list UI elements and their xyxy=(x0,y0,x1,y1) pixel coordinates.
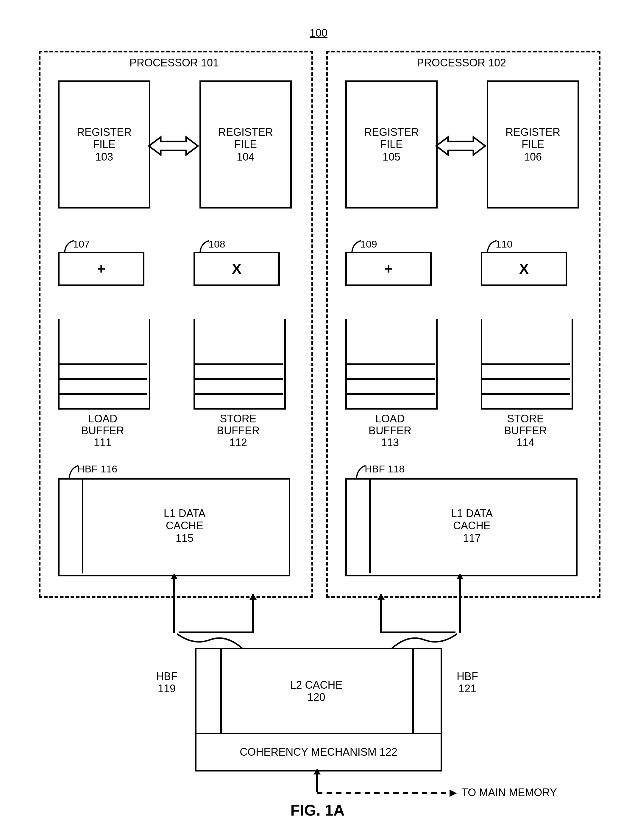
load-buffer-label: LOAD xyxy=(58,412,147,425)
ref-tick-icon xyxy=(64,240,74,253)
mult-box-108: X xyxy=(194,252,280,286)
ref-tick-icon xyxy=(356,465,366,480)
coherency-label: COHERENCY MECHANISM 122 xyxy=(240,746,397,758)
l2-cache-label: L2 CACHE xyxy=(290,679,342,691)
svg-marker-9 xyxy=(314,769,321,774)
regfile-label: FILE xyxy=(522,138,544,150)
arrow-up-icon xyxy=(455,573,465,633)
l1-cache-label: CACHE xyxy=(166,519,203,532)
l1-cache-label: CACHE xyxy=(453,519,491,532)
double-arrow-icon xyxy=(149,136,198,156)
buffer-row-divider xyxy=(58,363,147,365)
regfile-label: REGISTER xyxy=(77,126,132,138)
regfile-ref: 104 xyxy=(237,151,255,163)
connector-line xyxy=(179,594,256,635)
adder-ref: 109 xyxy=(360,238,377,250)
buffer-row-divider xyxy=(58,393,147,395)
l1-cache-ref: 115 xyxy=(176,532,194,544)
hbf-label: HBF xyxy=(457,670,478,682)
arrow-up-icon xyxy=(170,573,179,633)
hbf-119-label: HBF 119 xyxy=(143,670,191,695)
ref-tick-icon xyxy=(487,240,497,253)
regfile-ref: 103 xyxy=(95,151,113,163)
svg-marker-6 xyxy=(456,573,463,579)
store-buffer-ref: 114 xyxy=(481,436,570,448)
plus-icon: + xyxy=(384,261,393,277)
l2-cache-ref: 120 xyxy=(307,691,325,703)
hbf-label: HBF 118 xyxy=(365,463,405,475)
regfile-label: FILE xyxy=(234,138,257,150)
l1-cache-label: L1 DATA xyxy=(451,507,493,519)
store-buffer-label: BUFFER xyxy=(194,425,283,437)
processor-102-title: PROCESSOR 102 xyxy=(326,57,597,69)
adder-box-107: + xyxy=(58,252,144,286)
coherency-mechanism-122: COHERENCY MECHANISM 122 xyxy=(195,733,442,772)
l1-cache-label-wrap: L1 DATA CACHE 117 xyxy=(369,478,575,573)
x-icon: X xyxy=(232,261,241,277)
buffer-row-divider xyxy=(481,378,570,380)
l2-cache-label-wrap: L2 CACHE 120 xyxy=(220,648,412,734)
buffer-row-divider xyxy=(481,363,570,365)
ref-tick-icon xyxy=(68,465,79,480)
register-file-104: REGISTER FILE 104 xyxy=(200,81,292,208)
regfile-label: REGISTER xyxy=(364,126,419,138)
regfile-ref: 106 xyxy=(524,151,542,163)
hbf-ref: 119 xyxy=(158,682,176,695)
load-buffer-ref: 113 xyxy=(345,436,435,448)
svg-marker-7 xyxy=(378,594,384,600)
buffer-row-divider xyxy=(194,363,283,365)
svg-marker-3 xyxy=(170,573,178,579)
load-buffer-label: BUFFER xyxy=(58,425,147,437)
hbf-divider xyxy=(412,648,414,734)
store-buffer-label: STORE xyxy=(481,412,570,425)
hbf-label: HBF xyxy=(156,670,177,682)
regfile-label: REGISTER xyxy=(506,126,560,138)
plus-icon: + xyxy=(97,261,106,277)
to-main-memory-label: TO MAIN MEMORY xyxy=(462,786,589,799)
svg-marker-1 xyxy=(436,137,485,155)
mult-ref: 108 xyxy=(208,238,225,250)
regfile-label: REGISTER xyxy=(218,126,273,138)
store-buffer-label: STORE xyxy=(194,412,283,425)
load-buffer-label: BUFFER xyxy=(345,425,435,437)
arrow-up-icon xyxy=(249,594,257,603)
double-arrow-icon xyxy=(436,136,485,156)
buffer-row-divider xyxy=(58,378,147,380)
buffer-row-divider xyxy=(481,393,570,395)
ref-tick-icon xyxy=(351,240,362,253)
x-icon: X xyxy=(519,261,529,277)
svg-marker-11 xyxy=(449,789,457,797)
adder-ref: 107 xyxy=(73,238,90,250)
store-buffer-label: BUFFER xyxy=(481,425,570,437)
connector-line xyxy=(378,594,455,635)
l1-cache-label-wrap: L1 DATA CACHE 115 xyxy=(82,478,287,573)
store-buffer-ref: 112 xyxy=(194,436,283,448)
regfile-ref: 105 xyxy=(383,151,400,163)
buffer-row-divider xyxy=(345,363,435,365)
figure-label: FIG. 1A xyxy=(0,801,635,819)
ref-tick-icon xyxy=(200,240,210,253)
regfile-label: FILE xyxy=(380,138,403,150)
l1-cache-label: L1 DATA xyxy=(164,507,206,519)
svg-marker-0 xyxy=(149,137,198,155)
buffer-row-divider xyxy=(345,378,435,380)
load-buffer-label: LOAD xyxy=(345,412,435,425)
register-file-105: REGISTER FILE 105 xyxy=(345,81,438,208)
dashed-arrow-right-icon xyxy=(317,789,457,798)
register-file-106: REGISTER FILE 106 xyxy=(487,81,579,208)
arrow-up-icon xyxy=(377,594,386,603)
adder-box-109: + xyxy=(345,252,432,286)
load-buffer-ref: 111 xyxy=(58,436,147,448)
buffer-row-divider xyxy=(194,378,283,380)
buffer-row-divider xyxy=(345,393,435,395)
mult-box-110: X xyxy=(481,252,567,286)
svg-marker-4 xyxy=(249,594,257,600)
buffer-row-divider xyxy=(194,393,283,395)
register-file-103: REGISTER FILE 103 xyxy=(58,81,150,208)
mult-ref: 110 xyxy=(496,238,513,250)
processor-101-title: PROCESSOR 101 xyxy=(39,57,310,69)
l1-cache-ref: 117 xyxy=(463,532,481,544)
hbf-ref: 121 xyxy=(459,682,476,695)
hbf-121-label: HBF 121 xyxy=(444,670,491,695)
figure-ref: 100 xyxy=(301,27,336,39)
